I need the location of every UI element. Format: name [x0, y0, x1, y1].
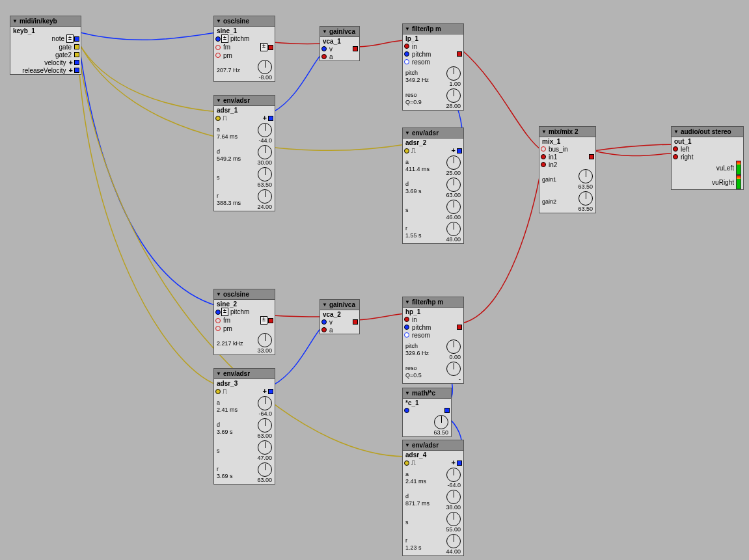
in-left[interactable]: left [672, 145, 743, 153]
param-d[interactable]: d871.7 ms38.00 [403, 489, 463, 511]
in-a[interactable]: a [320, 326, 359, 334]
port-out[interactable] [457, 148, 462, 153]
knob[interactable] [446, 534, 461, 548]
port-out[interactable] [444, 408, 450, 413]
knob[interactable] [258, 189, 272, 204]
knob[interactable] [434, 415, 448, 429]
module-title[interactable]: ▼mix/mix 2 [539, 127, 595, 137]
knob[interactable] [446, 155, 461, 170]
param-r[interactable]: r1.55 s48.00 [403, 221, 463, 243]
port-out[interactable] [268, 389, 273, 394]
module-out[interactable]: ▼audio/out stereo out_1 left right vuLef… [671, 126, 744, 190]
param-pitch[interactable]: pitch349.2 Hz 1.00 [403, 66, 463, 88]
knob[interactable] [446, 222, 461, 236]
param-a[interactable]: a2.41 ms-64.0 [214, 395, 275, 418]
param-r[interactable]: r3.69 s63.00 [214, 462, 275, 484]
port-in[interactable] [404, 408, 409, 413]
param-d[interactable]: d3.69 s63.00 [403, 177, 463, 199]
in-in1[interactable]: in1 [539, 153, 595, 161]
port-out[interactable] [74, 44, 79, 49]
param-freq[interactable]: 2.217 kHz 33.00 [214, 332, 275, 354]
out-gate[interactable]: gate [10, 43, 81, 51]
knob[interactable] [258, 167, 272, 181]
trig-row[interactable]: ⎍+ [214, 387, 275, 395]
param-s[interactable]: s47.00 [214, 440, 275, 462]
port-out[interactable] [74, 36, 79, 42]
module-keyb[interactable]: ▼midi/in/keyb keyb_1 note± gate gate2 ve… [10, 16, 81, 75]
port-out[interactable] [74, 68, 79, 73]
knob[interactable] [258, 145, 272, 159]
io-row[interactable] [403, 407, 451, 414]
param-a[interactable]: a2.41 ms-64.0 [403, 467, 463, 489]
port-trigger[interactable] [215, 116, 221, 121]
module-sine2[interactable]: ▼osc/sine sine_2 ±pitchm fm± pm 2.217 kH… [213, 289, 275, 355]
in-in[interactable]: in [403, 42, 463, 50]
module-title[interactable]: ▼env/adsr [214, 369, 275, 379]
module-mix[interactable]: ▼mix/mix 2 mix_1 bus_in in1 in2 gain163.… [539, 126, 596, 213]
knob[interactable] [446, 468, 461, 482]
knob[interactable] [446, 200, 461, 214]
trig-row[interactable]: ⎍+ [403, 459, 463, 467]
knob[interactable] [446, 178, 461, 192]
knob[interactable] [446, 512, 461, 526]
module-title[interactable]: ▼audio/out stereo [672, 127, 743, 137]
param-s[interactable]: s55.00 [403, 511, 463, 533]
module-title[interactable]: ▼filter/lp m [403, 24, 463, 34]
knob[interactable] [446, 88, 461, 103]
module-vca2[interactable]: ▼gain/vca vca_2 v a [320, 299, 360, 334]
module-title[interactable]: ▼gain/vca [320, 300, 359, 310]
in-pitchm[interactable]: pitchm [403, 50, 463, 58]
param-d[interactable]: d3.69 s63.00 [214, 418, 275, 440]
param-d[interactable]: d549.2 ms30.00 [214, 144, 275, 167]
module-title[interactable]: ▼env/adsr [214, 96, 275, 106]
in-pitchm[interactable]: ±pitchm [214, 308, 275, 316]
knob[interactable] [579, 191, 593, 206]
module-title[interactable]: ▼osc/sine [214, 16, 275, 27]
port-out[interactable] [268, 45, 273, 50]
module-adsr1[interactable]: ▼env/adsr adsr_1 ⎍+ a7.64 ms-44.0 d549.2… [213, 95, 275, 211]
port-out[interactable] [74, 52, 79, 57]
collapse-icon[interactable]: ▼ [405, 27, 410, 32]
out-note[interactable]: note± [10, 34, 81, 43]
module-title[interactable]: ▼osc/sine [214, 289, 275, 300]
knob[interactable] [258, 462, 272, 477]
port-out[interactable] [268, 318, 273, 323]
knob[interactable] [579, 169, 593, 183]
module-adsr2[interactable]: ▼env/adsr adsr_2 ⎍+ a411.4 ms25.00 d3.69… [402, 127, 464, 244]
port-out[interactable] [353, 46, 358, 51]
param-gain2[interactable]: gain263.50 [539, 191, 595, 213]
module-hp[interactable]: ▼filter/hp m hp_1 in pitchm resom pitch3… [402, 297, 464, 384]
knob[interactable] [446, 490, 461, 504]
trig-row[interactable]: ⎍+ [403, 146, 463, 155]
param-pitch[interactable]: pitch329.6 Hz 0.00 [403, 339, 463, 361]
module-adsr3[interactable]: ▼env/adsr adsr_3 ⎍+ a2.41 ms-64.0 d3.69 … [213, 368, 275, 485]
param-c[interactable]: 63.50 [403, 414, 451, 436]
module-title[interactable]: ▼env/adsr [403, 440, 463, 451]
in-fm[interactable]: fm± [214, 43, 275, 51]
param-freq[interactable]: 207.7 Hz -8.00 [214, 59, 275, 81]
collapse-icon[interactable]: ▼ [216, 98, 221, 103]
module-vca1[interactable]: ▼gain/vca vca_1 v a [320, 26, 360, 61]
trig-row[interactable]: ⎍+ [214, 114, 275, 122]
in-pm[interactable]: pm [214, 51, 275, 59]
out-release-velocity[interactable]: releaseVelocity+ [10, 66, 81, 74]
in-pm[interactable]: pm [214, 325, 275, 332]
collapse-icon[interactable]: ▼ [216, 19, 221, 24]
collapse-icon[interactable]: ▼ [405, 443, 410, 448]
module-title[interactable]: ▼gain/vca [320, 27, 359, 37]
module-mathc[interactable]: ▼math/*c *c_1 63.50 [402, 388, 452, 437]
knob[interactable] [258, 333, 272, 347]
param-a[interactable]: a411.4 ms25.00 [403, 155, 463, 177]
param-r[interactable]: r1.23 s44.00 [403, 533, 463, 555]
param-reso[interactable]: resoQ=0.5 - [403, 361, 463, 383]
knob[interactable] [446, 362, 461, 376]
collapse-icon[interactable]: ▼ [216, 371, 221, 377]
knob[interactable] [258, 418, 272, 433]
module-sine1[interactable]: ▼osc/sine sine_1 ±pitchm fm± pm 207.7 Hz… [213, 16, 275, 82]
port-trigger[interactable] [404, 460, 409, 466]
module-lp[interactable]: ▼filter/lp m lp_1 in pitchm resom pitch3… [402, 23, 464, 111]
in-right[interactable]: right [672, 153, 743, 161]
port-trigger[interactable] [215, 389, 221, 394]
knob[interactable] [258, 123, 272, 137]
port-out[interactable] [74, 60, 79, 65]
